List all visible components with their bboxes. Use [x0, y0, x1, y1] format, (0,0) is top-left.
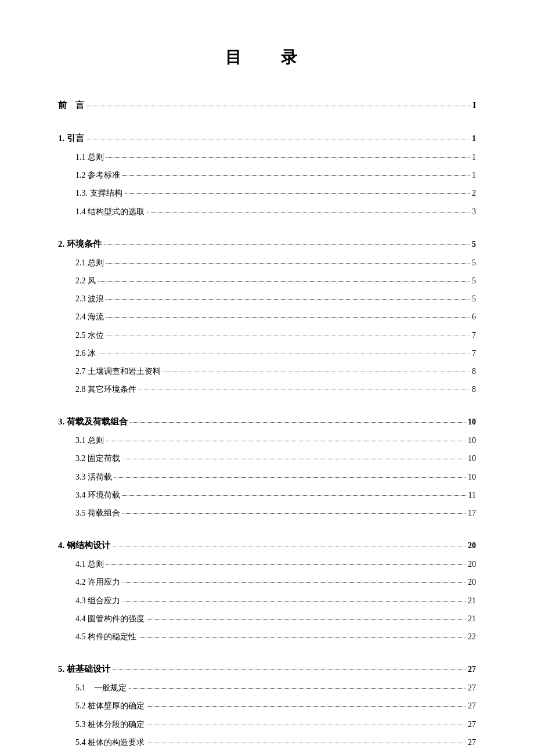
toc-label: 3.5 荷载组合 — [75, 506, 120, 520]
toc-label: 3.3 活荷载 — [75, 470, 112, 484]
toc-label: 3.4 环境荷载 — [75, 488, 120, 502]
toc-label: 1.3. 支撑结构 — [75, 186, 122, 200]
toc-page: 8 — [472, 382, 476, 397]
toc-label: 3.1 总则 — [75, 433, 104, 448]
toc-dots — [122, 582, 466, 583]
toc-page: 2 — [472, 186, 476, 200]
toc-page: I — [473, 98, 476, 113]
toc-label: 4.5 构件的稳定性 — [75, 629, 136, 644]
toc-label: 4.4 圆管构件的强度 — [75, 611, 145, 626]
toc-page: 5 — [472, 237, 476, 251]
toc-label: 5.5 横向荷载下桩基计算 — [75, 753, 161, 756]
toc-page: 1 — [472, 168, 476, 182]
toc-entry: 4.1 总则20 — [58, 557, 476, 571]
toc-dots — [163, 372, 470, 372]
toc-page: 28 — [468, 753, 476, 756]
toc-dots — [147, 725, 466, 725]
toc-page: 10 — [468, 433, 476, 448]
toc-dots — [98, 354, 470, 354]
toc-label: 3.2 固定荷载 — [75, 451, 120, 466]
toc-page: 10 — [468, 451, 476, 466]
toc-dots — [147, 706, 466, 707]
page: 目 录 前 言I1. 引言11.1 总则11.2 参考标准11.3. 支撑结构2… — [0, 0, 534, 756]
toc-page: 17 — [468, 506, 476, 520]
toc-page: 1 — [472, 150, 476, 164]
toc-entry: 5.5 横向荷载下桩基计算28 — [58, 753, 476, 756]
toc-dots — [139, 637, 466, 638]
toc-label: 2.2 风 — [75, 273, 96, 288]
toc-dots — [86, 139, 470, 139]
toc-dots — [106, 317, 470, 318]
toc-label: 5.1 一般规定 — [75, 681, 127, 695]
toc-label: 2.7 土壤调查和岩土资料 — [75, 364, 161, 379]
toc-dots — [125, 193, 470, 194]
toc-dots — [104, 244, 470, 245]
toc-dots — [122, 459, 466, 459]
toc-entry: 2.1 总则5 — [58, 255, 476, 270]
toc-entry: 1.2 参考标准1 — [58, 168, 476, 182]
toc-dots — [122, 513, 466, 514]
toc-page: 27 — [468, 681, 476, 695]
toc-dots — [106, 157, 470, 158]
toc-entry: 1.4 结构型式的选取3 — [58, 204, 476, 219]
toc-dots — [106, 263, 470, 264]
toc-dots — [122, 175, 470, 176]
toc-dots — [113, 546, 466, 546]
toc-page: 7 — [472, 346, 476, 361]
toc-label: 1.4 结构型式的选取 — [75, 204, 145, 219]
toc-dots — [106, 336, 470, 336]
toc-label: 4.3 组合应力 — [75, 593, 120, 608]
toc-dots — [113, 669, 466, 670]
toc-entry: 5.2 桩体壁厚的确定27 — [58, 699, 476, 713]
toc-page: 20 — [468, 557, 476, 571]
toc-entry: 1.3. 支撑结构2 — [58, 186, 476, 200]
toc-label: 5.3 桩体分段的确定 — [75, 717, 145, 732]
toc-entry: 5.4 桩体的构造要求27 — [58, 735, 476, 750]
toc-dots — [147, 619, 466, 620]
toc-page: 27 — [468, 699, 476, 713]
toc-entry: 2.2 风5 — [58, 273, 476, 288]
toc-page: 5 — [472, 255, 476, 270]
toc-label: 4. 钢结构设计 — [58, 538, 110, 553]
toc-label: 1.1 总则 — [75, 150, 104, 164]
toc-entry: 3.3 活荷载10 — [58, 470, 476, 484]
toc-entry: 3.2 固定荷载10 — [58, 451, 476, 466]
toc-label: 1.2 参考标准 — [75, 168, 120, 182]
toc-dots — [147, 743, 466, 743]
toc-dots — [122, 495, 466, 496]
toc-entry: 2.8 其它环境条件8 — [58, 382, 476, 397]
toc-dots — [122, 601, 466, 602]
toc-page: 20 — [468, 575, 476, 589]
toc-page: 22 — [468, 629, 476, 644]
toc-label: 5.4 桩体的构造要求 — [75, 735, 145, 750]
toc-page: 27 — [468, 735, 476, 750]
toc-dots — [139, 390, 470, 390]
toc-label: 2. 环境条件 — [58, 236, 102, 252]
toc-entry: 4.5 构件的稳定性22 — [58, 629, 476, 644]
toc-entry: 3.5 荷载组合17 — [58, 506, 476, 520]
toc-page: 20 — [468, 538, 476, 553]
toc-dots — [106, 564, 466, 565]
toc-page: 10 — [468, 415, 476, 429]
toc-entry: 4.2 许用应力20 — [58, 575, 476, 589]
toc-dots — [147, 212, 470, 213]
toc-label: 2.5 水位 — [75, 328, 104, 343]
toc-entry: 5. 桩基础设计27 — [58, 661, 476, 677]
toc-dots — [129, 688, 466, 689]
toc-entry: 4.4 圆管构件的强度21 — [58, 611, 476, 626]
toc-dots — [130, 422, 466, 423]
toc-dots — [114, 477, 466, 478]
toc-page: 1 — [472, 131, 476, 146]
table-of-contents: 前 言I1. 引言11.1 总则11.2 参考标准11.3. 支撑结构21.4 … — [58, 98, 476, 756]
toc-entry: 1.1 总则1 — [58, 150, 476, 164]
toc-entry: 3. 荷载及荷载组合10 — [58, 414, 476, 430]
toc-page: 7 — [472, 328, 476, 343]
toc-page: 10 — [468, 470, 476, 484]
toc-label: 5.2 桩体壁厚的确定 — [75, 699, 145, 713]
toc-page: 6 — [472, 309, 476, 324]
toc-entry: 2.7 土壤调查和岩土资料8 — [58, 364, 476, 379]
toc-page: 27 — [468, 662, 476, 676]
toc-label: 2.8 其它环境条件 — [75, 382, 136, 397]
toc-label: 2.3 波浪 — [75, 291, 104, 306]
toc-entry: 前 言I — [58, 98, 476, 113]
